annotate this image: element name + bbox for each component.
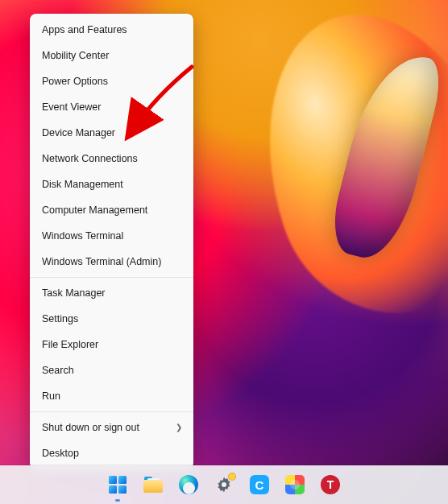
menu-item-run[interactable]: Run xyxy=(30,383,193,409)
menu-item-label: Search xyxy=(42,365,74,376)
edge-icon xyxy=(179,475,198,494)
t-app-icon: T xyxy=(321,475,340,494)
taskbar-settings-button[interactable] xyxy=(213,473,235,496)
menu-item-power-options[interactable]: Power Options xyxy=(30,68,193,94)
menu-item-file-explorer[interactable]: File Explorer xyxy=(30,332,193,357)
taskbar-edge-button[interactable] xyxy=(177,473,200,496)
menu-item-windows-terminal-admin[interactable]: Windows Terminal (Admin) xyxy=(30,249,193,275)
taskbar-t-app-button[interactable]: T xyxy=(319,473,342,496)
menu-item-label: Shut down or sign out xyxy=(42,422,139,433)
taskbar: C T xyxy=(0,465,448,504)
taskbar-cortana-button[interactable]: C xyxy=(248,473,271,496)
svg-point-1 xyxy=(222,482,226,487)
menu-item-label: Power Options xyxy=(42,76,108,87)
menu-item-network-connections[interactable]: Network Connections xyxy=(30,146,193,171)
menu-item-label: Device Manager xyxy=(42,127,115,138)
menu-item-label: Apps and Features xyxy=(42,24,127,35)
multicolor-app-icon xyxy=(285,475,305,494)
menu-item-disk-management[interactable]: Disk Management xyxy=(30,171,193,197)
cortana-icon: C xyxy=(250,475,269,494)
menu-item-label: Computer Management xyxy=(42,204,147,216)
menu-item-label: Mobility Center xyxy=(42,50,109,61)
notification-badge xyxy=(228,473,236,481)
menu-item-label: Run xyxy=(42,390,60,402)
menu-item-device-manager[interactable]: Device Manager xyxy=(30,120,193,146)
menu-item-mobility-center[interactable]: Mobility Center xyxy=(30,43,193,68)
menu-item-windows-terminal[interactable]: Windows Terminal xyxy=(30,223,193,249)
active-indicator xyxy=(115,499,120,502)
menu-separator xyxy=(30,277,193,278)
menu-item-label: Event Viewer xyxy=(42,101,101,113)
quick-link-menu: Apps and Features Mobility Center Power … xyxy=(30,14,193,469)
menu-item-task-manager[interactable]: Task Manager xyxy=(30,280,193,306)
taskbar-multicolor-app-button[interactable] xyxy=(284,473,306,496)
menu-item-search[interactable]: Search xyxy=(30,357,193,383)
menu-item-label: File Explorer xyxy=(42,339,98,350)
menu-item-label: Network Connections xyxy=(42,153,138,164)
menu-item-event-viewer[interactable]: Event Viewer xyxy=(30,94,193,120)
menu-item-label: Windows Terminal xyxy=(42,230,123,242)
file-explorer-icon xyxy=(143,477,163,493)
menu-item-label: Task Manager xyxy=(42,287,106,299)
taskbar-file-explorer-button[interactable] xyxy=(142,473,164,496)
menu-item-desktop[interactable]: Desktop xyxy=(30,440,193,466)
menu-item-label: Desktop xyxy=(42,448,79,459)
menu-item-label: Windows Terminal (Admin) xyxy=(42,256,161,267)
menu-item-shut-down-or-sign-out[interactable]: Shut down or sign out ❯ xyxy=(30,415,193,440)
chevron-right-icon: ❯ xyxy=(176,415,182,440)
menu-item-computer-management[interactable]: Computer Management xyxy=(30,197,193,223)
menu-separator xyxy=(30,411,193,412)
taskbar-start-button[interactable] xyxy=(106,473,129,496)
menu-item-settings[interactable]: Settings xyxy=(30,306,193,332)
menu-item-apps-and-features[interactable]: Apps and Features xyxy=(30,17,193,43)
menu-item-label: Settings xyxy=(42,313,78,324)
menu-item-label: Disk Management xyxy=(42,179,123,190)
windows-logo-icon xyxy=(109,476,127,494)
